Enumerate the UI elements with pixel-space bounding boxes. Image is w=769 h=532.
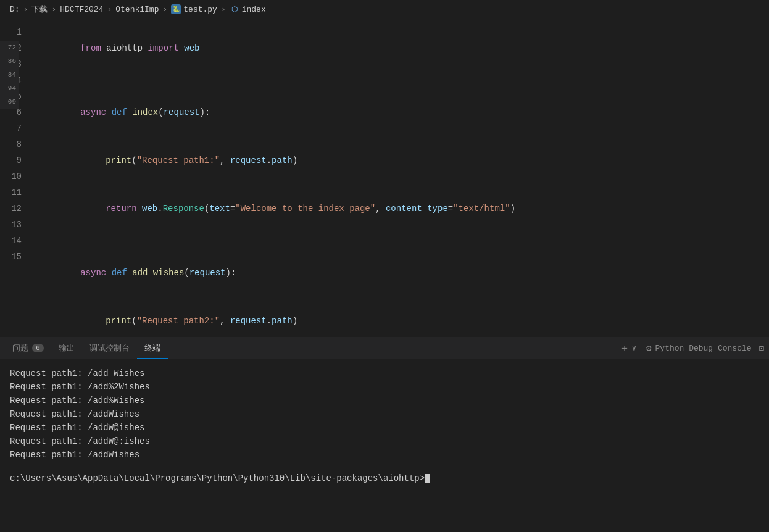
ln-12: 12 xyxy=(0,201,34,217)
breadcrumb-sep-5: › xyxy=(221,5,226,14)
tab-debug-console[interactable]: 调试控制台 xyxy=(82,338,137,359)
symbol-icon: ⬡ xyxy=(230,4,239,14)
code-line-6 xyxy=(39,233,769,249)
problems-badge: 6 xyxy=(32,344,44,352)
tab-problems[interactable]: 问题 6 xyxy=(5,338,51,359)
tab-debug-label: 调试控制台 xyxy=(89,343,130,354)
tab-problems-label: 问题 xyxy=(12,343,28,354)
breadcrumb-file[interactable]: 🐍 test.py xyxy=(171,4,217,14)
terminal-cursor xyxy=(425,474,430,483)
side-numbers: 72 86 84 94 09 xyxy=(0,41,19,109)
breadcrumb-folder-1[interactable]: 下载 xyxy=(31,4,48,15)
layout-icon: ⊡ xyxy=(759,344,764,354)
terminal-line-6: Request path1: /addW@:ishes xyxy=(10,434,759,448)
breadcrumb-symbol[interactable]: ⬡ index xyxy=(230,4,266,14)
breadcrumb-drive[interactable]: D: xyxy=(10,5,20,14)
terminal-output[interactable]: Request path1: /add Wishes Request path1… xyxy=(0,359,769,532)
code-line-7: async def add_wishes(request): xyxy=(39,249,769,297)
debug-console-selector[interactable]: ⚙ Python Debug Console xyxy=(644,342,754,355)
ln-13: 13 xyxy=(0,217,34,233)
terminal-line-4: Request path1: /addWishes xyxy=(10,407,759,421)
add-terminal-button[interactable]: ＋ ∨ xyxy=(617,341,639,356)
tab-output[interactable]: 输出 xyxy=(51,338,82,359)
panel-actions: ＋ ∨ ⚙ Python Debug Console ⊡ xyxy=(617,341,764,356)
gear-icon: ⚙ xyxy=(646,343,651,354)
terminal-line-7: Request path1: /addWishes xyxy=(10,448,759,462)
editor-area: 1 2 3 4 5 6 7 8 9 10 11 12 13 14 15 from… xyxy=(0,19,769,337)
breadcrumb: D: › 下载 › HDCTF2024 › OtenkiImp › 🐍 test… xyxy=(0,0,769,19)
terminal-prompt[interactable]: c:\Users\Asus\AppData\Local\Programs\Pyt… xyxy=(10,472,759,485)
ln-9: 9 xyxy=(0,152,34,168)
code-lines[interactable]: from aiohttp import web async def index(… xyxy=(34,19,769,337)
ln-11: 11 xyxy=(0,185,34,201)
breadcrumb-folder-3[interactable]: OtenkiImp xyxy=(115,5,159,14)
breadcrumb-sep-3: › xyxy=(107,5,112,14)
plus-icon: ＋ xyxy=(620,342,630,355)
breadcrumb-sep-1: › xyxy=(23,5,28,14)
prompt-path: c:\Users\Asus\AppData\Local\Programs\Pyt… xyxy=(10,472,425,485)
terminal-line-2: Request path1: /add%2Wishes xyxy=(10,380,759,394)
breadcrumb-sep-2: › xyxy=(51,5,56,14)
panel-tabs: 问题 6 输出 调试控制台 终端 ＋ ∨ ⚙ Python Debug Cons… xyxy=(0,338,769,359)
ln-7: 7 xyxy=(0,120,34,136)
code-line-8: print("Request path2:", request.path) xyxy=(54,297,769,337)
tab-terminal[interactable]: 终端 xyxy=(137,338,168,359)
code-line-4: print("Request path1:", request.path) xyxy=(54,136,769,185)
ln-10: 10 xyxy=(0,168,34,185)
code-line-3: async def index(request): xyxy=(39,88,769,136)
tab-terminal-label: 终端 xyxy=(144,343,160,354)
breadcrumb-sep-4: › xyxy=(162,5,167,14)
ln-8: 8 xyxy=(0,136,34,152)
python-file-icon: 🐍 xyxy=(171,4,181,14)
code-line-1: from aiohttp import web xyxy=(39,24,769,72)
code-line-2 xyxy=(39,72,769,88)
code-line-5: return web.Response(text="Welcome to the… xyxy=(54,185,769,233)
code-container: 1 2 3 4 5 6 7 8 9 10 11 12 13 14 15 from… xyxy=(0,19,769,337)
terminal-line-5: Request path1: /addW@ishes xyxy=(10,421,759,434)
tab-output-label: 输出 xyxy=(59,343,75,354)
layout-button[interactable]: ⊡ xyxy=(759,343,764,354)
ln-14: 14 xyxy=(0,233,34,249)
panel-area: 问题 6 输出 调试控制台 终端 ＋ ∨ ⚙ Python Debug Cons… xyxy=(0,337,769,532)
terminal-line-3: Request path1: /add%Wishes xyxy=(10,394,759,407)
terminal-line-1: Request path1: /add Wishes xyxy=(10,367,759,380)
ln-1: 1 xyxy=(0,24,34,40)
breadcrumb-folder-2[interactable]: HDCTF2024 xyxy=(60,5,103,14)
ln-15: 15 xyxy=(0,249,34,265)
debug-console-name: Python Debug Console xyxy=(655,344,752,353)
chevron-down-icon: ∨ xyxy=(632,344,636,353)
